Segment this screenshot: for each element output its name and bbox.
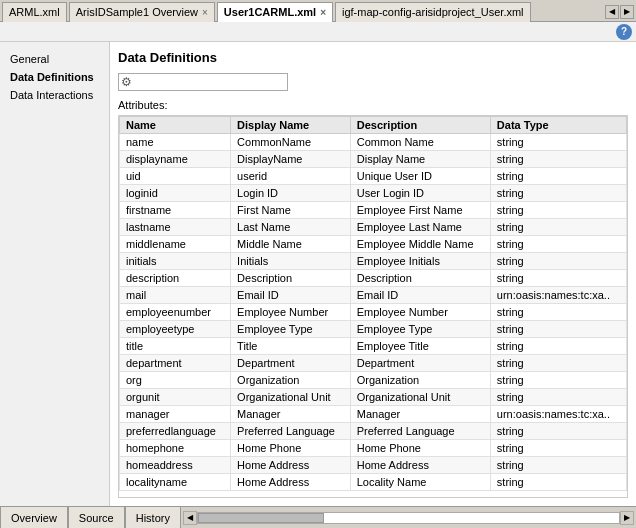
- cell-name: displayname: [120, 151, 231, 168]
- attributes-label: Attributes:: [118, 99, 628, 111]
- col-header-name: Name: [120, 117, 231, 134]
- table-row[interactable]: employeenumberEmployee NumberEmployee Nu…: [120, 304, 627, 321]
- table-row[interactable]: orgOrganizationOrganizationstring: [120, 372, 627, 389]
- cell-name: employeetype: [120, 321, 231, 338]
- content-title: Data Definitions: [118, 50, 628, 65]
- cell-data_type: string: [490, 355, 626, 372]
- cell-data_type: string: [490, 457, 626, 474]
- tab-user1carml-close[interactable]: ×: [320, 7, 326, 18]
- cell-data_type: string: [490, 185, 626, 202]
- sidebar-item-data-definitions-label: Data Definitions: [10, 71, 94, 83]
- cell-display_name: Home Phone: [231, 440, 351, 457]
- cell-name: preferredlanguage: [120, 423, 231, 440]
- cell-display_name: CommonName: [231, 134, 351, 151]
- cell-description: Department: [350, 355, 490, 372]
- table-row[interactable]: homeaddressHome AddressHome Addressstrin…: [120, 457, 627, 474]
- scroll-left-arrow[interactable]: ◀: [183, 511, 197, 525]
- table-row[interactable]: homephoneHome PhoneHome Phonestring: [120, 440, 627, 457]
- tab-nav-right[interactable]: ▶: [620, 5, 634, 19]
- table-row[interactable]: departmentDepartmentDepartmentstring: [120, 355, 627, 372]
- sidebar-item-data-interactions[interactable]: Data Interactions: [4, 86, 105, 104]
- bottom-tab-source-label: Source: [79, 512, 114, 524]
- table-row[interactable]: loginidLogin IDUser Login IDstring: [120, 185, 627, 202]
- cell-description: Employee Type: [350, 321, 490, 338]
- cell-name: orgunit: [120, 389, 231, 406]
- sidebar-item-data-definitions[interactable]: Data Definitions: [4, 68, 105, 86]
- sidebar-item-general[interactable]: General: [4, 50, 105, 68]
- table-row[interactable]: titleTitleEmployee Titlestring: [120, 338, 627, 355]
- scroll-right-arrow[interactable]: ▶: [620, 511, 634, 525]
- scrollbar-thumb[interactable]: [198, 513, 324, 523]
- cell-description: Home Address: [350, 457, 490, 474]
- cell-display_name: Email ID: [231, 287, 351, 304]
- main-container: General Data Definitions Data Interactio…: [0, 42, 636, 506]
- bottom-bar: Overview Source History ◀ ▶: [0, 506, 636, 528]
- cell-description: Employee Initials: [350, 253, 490, 270]
- cell-data_type: string: [490, 474, 626, 491]
- toolbar-row: ?: [0, 22, 636, 42]
- filter-icon: ⚙: [121, 75, 132, 89]
- cell-description: Email ID: [350, 287, 490, 304]
- scrollbar-track[interactable]: [197, 512, 620, 524]
- cell-display_name: Home Address: [231, 474, 351, 491]
- cell-name: mail: [120, 287, 231, 304]
- table-row[interactable]: preferredlanguagePreferred LanguagePrefe…: [120, 423, 627, 440]
- cell-data_type: string: [490, 219, 626, 236]
- tab-igfmap[interactable]: igf-map-config-arisidproject_User.xml: [335, 2, 531, 22]
- cell-description: Description: [350, 270, 490, 287]
- tab-bar: ARML.xml ArisIDSample1 Overview × User1C…: [0, 0, 636, 22]
- table-row[interactable]: descriptionDescriptionDescriptionstring: [120, 270, 627, 287]
- cell-display_name: Last Name: [231, 219, 351, 236]
- bottom-tab-history[interactable]: History: [125, 507, 181, 529]
- tab-nav-left[interactable]: ◀: [605, 5, 619, 19]
- table-row[interactable]: managerManagerManagerurn:oasis:names:tc:…: [120, 406, 627, 423]
- table-row[interactable]: initialsInitialsEmployee Initialsstring: [120, 253, 627, 270]
- cell-data_type: string: [490, 270, 626, 287]
- cell-description: Employee First Name: [350, 202, 490, 219]
- table-row[interactable]: orgunitOrganizational UnitOrganizational…: [120, 389, 627, 406]
- tab-arisid[interactable]: ArisIDSample1 Overview ×: [69, 2, 215, 22]
- cell-description: Home Phone: [350, 440, 490, 457]
- help-button[interactable]: ?: [616, 24, 632, 40]
- cell-name: name: [120, 134, 231, 151]
- cell-display_name: Login ID: [231, 185, 351, 202]
- table-row[interactable]: firstnameFirst NameEmployee First Namest…: [120, 202, 627, 219]
- sidebar: General Data Definitions Data Interactio…: [0, 42, 110, 506]
- tab-nav-buttons: ◀ ▶: [605, 5, 634, 19]
- cell-data_type: urn:oasis:names:tc:xa..: [490, 287, 626, 304]
- cell-description: Employee Title: [350, 338, 490, 355]
- table-row[interactable]: mailEmail IDEmail IDurn:oasis:names:tc:x…: [120, 287, 627, 304]
- bottom-tab-source[interactable]: Source: [68, 507, 125, 529]
- cell-name: localityname: [120, 474, 231, 491]
- filter-input[interactable]: [134, 76, 274, 88]
- filter-input-wrap[interactable]: ⚙: [118, 73, 288, 91]
- cell-display_name: Employee Type: [231, 321, 351, 338]
- table-row[interactable]: lastnameLast NameEmployee Last Namestrin…: [120, 219, 627, 236]
- cell-data_type: string: [490, 134, 626, 151]
- bottom-tab-overview[interactable]: Overview: [0, 507, 68, 529]
- tab-arisid-close[interactable]: ×: [202, 7, 208, 18]
- cell-description: User Login ID: [350, 185, 490, 202]
- table-row[interactable]: uiduseridUnique User IDstring: [120, 168, 627, 185]
- table-row[interactable]: nameCommonNameCommon Namestring: [120, 134, 627, 151]
- cell-data_type: string: [490, 440, 626, 457]
- tab-user1carml[interactable]: User1CARML.xml ×: [217, 2, 333, 22]
- cell-data_type: string: [490, 151, 626, 168]
- data-table-wrap[interactable]: Name Display Name Description Data Type …: [118, 115, 628, 498]
- cell-data_type: string: [490, 236, 626, 253]
- cell-display_name: Title: [231, 338, 351, 355]
- table-row[interactable]: localitynameHome AddressLocality Namestr…: [120, 474, 627, 491]
- table-row[interactable]: displaynameDisplayNameDisplay Namestring: [120, 151, 627, 168]
- tab-user1carml-label: User1CARML.xml: [224, 6, 316, 18]
- sidebar-item-general-label: General: [10, 53, 49, 65]
- cell-display_name: Organization: [231, 372, 351, 389]
- table-row[interactable]: employeetypeEmployee TypeEmployee Typest…: [120, 321, 627, 338]
- cell-data_type: string: [490, 372, 626, 389]
- cell-name: description: [120, 270, 231, 287]
- bottom-tab-history-label: History: [136, 512, 170, 524]
- cell-description: Common Name: [350, 134, 490, 151]
- cell-description: Employee Number: [350, 304, 490, 321]
- table-row[interactable]: middlenameMiddle NameEmployee Middle Nam…: [120, 236, 627, 253]
- cell-description: Manager: [350, 406, 490, 423]
- tab-arml[interactable]: ARML.xml: [2, 2, 67, 22]
